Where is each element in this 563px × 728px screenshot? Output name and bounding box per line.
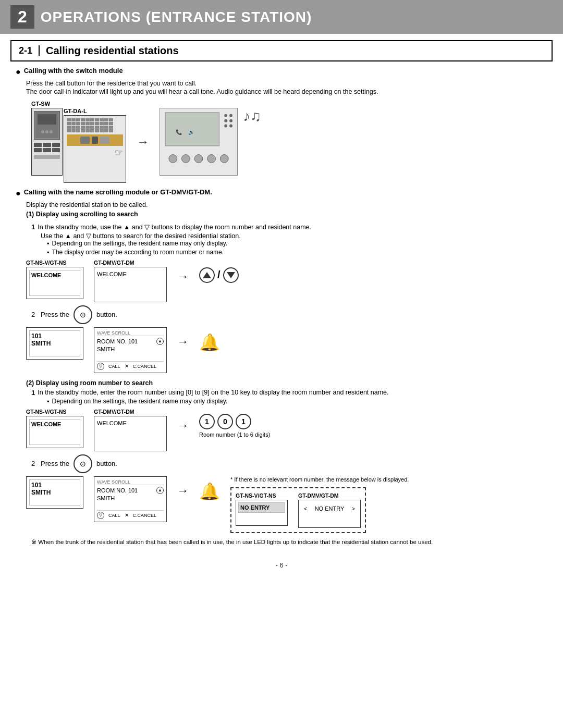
gt-sw-screen (34, 111, 60, 140)
ns-screen: WELCOME (26, 267, 83, 299)
no-entry-dmv-content: < NO ENTRY > (301, 503, 358, 514)
welcome-text-ns2: WELCOME (31, 421, 78, 427)
press-button-row-1: 2 Press the ⊙ button. (31, 305, 547, 324)
dmv-bottom-bar2: ▽ CALL ✕ C.CANCEL (97, 510, 164, 519)
welcome-text-ns: WELCOME (31, 272, 78, 278)
dmv-call-label: CALL (108, 364, 120, 369)
bullet-section-2: ● Calling with the name scrolling module… (16, 188, 547, 218)
ns-welcome2-content: WELCOME (29, 419, 80, 445)
arrow-5: → (177, 484, 189, 498)
section2-sub-text: Depending on the settings, the resident … (52, 398, 228, 405)
dashed-no-entry-box: GT-NS-V/GT-NS NO ENTRY GT-DMV/GT-DM < NO (230, 487, 366, 533)
svg-point-2 (45, 130, 48, 133)
dmv-down-icon2: ▽ (97, 512, 104, 519)
step2-end-2: button. (96, 460, 117, 467)
bullet1-label: Calling with the switch module (24, 67, 123, 75)
gt-sw-device (31, 108, 63, 176)
step1-text2: Use the ▲ and ▽ buttons to search for th… (41, 232, 547, 240)
svg-point-15 (194, 154, 203, 163)
down-button[interactable] (223, 267, 239, 283)
svg-point-17 (220, 154, 228, 163)
svg-point-11 (224, 124, 227, 127)
chapter-title: OPERATIONS (ENTRANCE STATION) (41, 9, 312, 26)
dmv-label-ne: GT-DMV/GT-DM (298, 492, 361, 499)
step1-text1: In the standby mode, use the ▲ and ▽ but… (38, 223, 311, 231)
dmv-top-bar: WAVE SCROLL (97, 330, 164, 336)
section2-header: (2) Display using room number to search (26, 379, 547, 387)
arrow-4: → (177, 419, 189, 433)
sub-bullet1-text: Depending on the settings, the resident … (52, 240, 228, 248)
section2-sub-bullet: • Depending on the settings, the residen… (47, 398, 547, 405)
svg-point-9 (224, 119, 227, 122)
dmv-label-2: GT-DMV/GT-DM (94, 409, 134, 415)
svg-point-12 (229, 124, 232, 127)
section-number: 2-1 (19, 45, 40, 56)
bullet2-line1: Display the residential station to be ca… (26, 201, 547, 208)
ns-101-screen2: 101 SMITH (26, 476, 83, 509)
chapter-number: 2 (10, 5, 34, 29)
section2-content: 1 In the standby mode, enter the room nu… (31, 389, 547, 405)
dmv-101-screen: WAVE SCROLL ROOM NO. 101 ▲ SMITH ▽ CALL … (94, 327, 167, 373)
dmv-screen-welcome: WELCOME (94, 267, 167, 302)
room-number-note: Room number (1 to 6 digits) (199, 431, 270, 438)
dmv-x-icon2: ✕ (125, 512, 129, 518)
svg-point-14 (182, 154, 190, 163)
svg-rect-1 (38, 114, 56, 125)
room-no-101: ROOM NO. 101 (97, 338, 138, 344)
ns-label: GT-NS-V/GT-NS (26, 260, 67, 266)
diagram-group-welcome: GT-NS-V/GT-NS WELCOME GT-DMV/GT-DM WELCO… (26, 260, 547, 302)
arrow-1: → (137, 134, 149, 149)
ns-welcome2-wrapper: GT-NS-V/GT-NS WELCOME (26, 409, 83, 448)
key-0: 0 (217, 414, 233, 429)
sub-bullet-2: • The display order may be according to … (47, 249, 547, 256)
dmv-label: GT-DMV/GT-DM (94, 260, 134, 266)
ns-101-content2: 101 SMITH (29, 479, 80, 505)
section-header: 2-1 Calling residential stations (10, 40, 553, 61)
room-101-ns2: 101 (31, 482, 78, 489)
svg-point-8 (229, 114, 232, 117)
dmv-down-icon: ▽ (97, 363, 104, 370)
dmv-welcome-text: WELCOME (97, 270, 164, 278)
dmv-welcome2-screen: WELCOME (94, 416, 167, 451)
no-entry-dmv-text: NO ENTRY (315, 505, 345, 512)
dmv-call-label2: CALL (108, 513, 120, 518)
room-no-101-2: ROOM NO. 101 (97, 487, 138, 493)
key-circles-wrapper: 1 0 1 Room number (1 to 6 digits) (199, 414, 270, 438)
section2-step1-num: 1 (31, 389, 35, 397)
svg-text:🔊: 🔊 (188, 129, 195, 135)
gt-sw-wrapper: GT-SW (31, 101, 126, 183)
bell-icon-2: 🔔 (199, 482, 220, 501)
call-circle-1: ⊙ (74, 305, 92, 324)
up-button[interactable] (199, 267, 215, 283)
gt-da-l-label: GT-DA-L (64, 108, 87, 114)
dmv-up-icon: ▲ (156, 338, 164, 345)
smith-ns2: SMITH (31, 489, 78, 496)
left-arrow-ne: < (304, 505, 307, 512)
no-entry-container: * If there is no relevant room number, t… (230, 476, 409, 533)
dmv-up-icon2: ▲ (156, 487, 164, 494)
dmv-screen-wrapper: GT-DMV/GT-DM WELCOME (94, 260, 167, 302)
step2-end-1: button. (96, 311, 117, 318)
smith-dmv2: SMITH (97, 495, 164, 501)
section2-step1-text: In the standby mode, enter the room numb… (38, 389, 388, 397)
right-arrow-ne: > (352, 505, 355, 512)
dmv-101-screen2: WAVE SCROLL ROOM NO. 101 ▲ SMITH ▽ CALL … (94, 476, 167, 522)
diagram-group-101-2: 101 SMITH WAVE SCROLL ROOM NO. 101 ▲ SMI… (26, 476, 547, 533)
dmv-room-row2: ROOM NO. 101 ▲ (97, 487, 164, 494)
sub-bullet2-text: The display order may be according to ro… (52, 249, 224, 256)
wave-scroll-label: WAVE SCROLL (97, 330, 130, 336)
gt-da-device: ☞ (64, 115, 126, 183)
diagram-group-welcome2: GT-NS-V/GT-NS WELCOME GT-DMV/GT-DM WELCO… (26, 409, 547, 451)
step1-num: 1 (31, 223, 35, 231)
dmv-101-wrapper: WAVE SCROLL ROOM NO. 101 ▲ SMITH ▽ CALL … (94, 327, 167, 373)
svg-point-10 (229, 119, 232, 122)
step1-header: (1) Display using scrolling to search (26, 211, 547, 218)
bullet-dot-2: ● (16, 188, 21, 199)
svg-point-7 (224, 114, 227, 117)
bullet-section-1: ● Calling with the switch module Press t… (16, 67, 547, 95)
dmv-101-wrapper2: WAVE SCROLL ROOM NO. 101 ▲ SMITH ▽ CALL … (94, 476, 167, 522)
bullet-dot-1: ● (16, 67, 21, 78)
ns-101-wrapper2: 101 SMITH (26, 476, 83, 509)
footnote: ※ When the trunk of the residential stat… (31, 538, 547, 546)
page-number: - 6 - (275, 561, 287, 569)
